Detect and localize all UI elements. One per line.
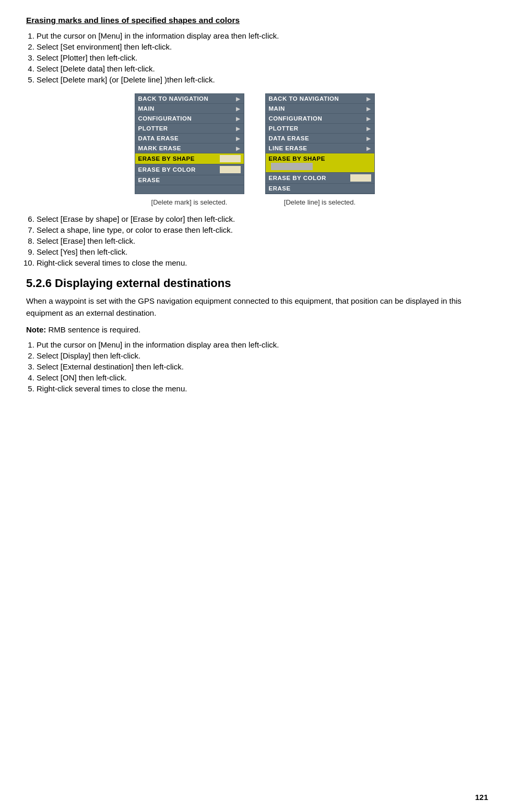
right-menu-item-back[interactable]: BACK TO NAVIGATION ▶ [266,94,374,104]
left-menu-item-erase[interactable]: ERASE [135,175,244,185]
right-menu-label-configuration: CONFIGURATION [269,115,323,122]
step-2-7: Select a shape, line type, or color to e… [37,225,483,234]
right-arrow-plotter: ▶ [366,126,371,132]
left-menu-label-dataerase: DATA ERASE [138,135,179,141]
left-menu-label-markerase: MARK ERASE [138,145,181,151]
left-menu-item-plotter[interactable]: PLOTTER ▶ [135,124,244,134]
step-3-2: Select [Display] then left-click. [37,351,483,360]
step-2-8: Select [Erase] then left-click. [37,236,483,245]
right-menu-item-configuration[interactable]: CONFIGURATION ▶ [266,114,374,124]
right-menu-item-plotter[interactable]: PLOTTER ▶ [266,124,374,134]
right-menu-item-erase[interactable]: ERASE [266,184,374,194]
steps-list-3: Put the cursor on [Menu] in the informat… [37,340,483,393]
left-color-box-shape [220,155,241,162]
step-3-1: Put the cursor on [Menu] in the informat… [37,340,483,349]
left-menu-item-main[interactable]: MAIN ▶ [135,104,244,114]
right-arrow-configuration: ▶ [366,116,371,122]
left-arrow-main: ▶ [236,106,241,112]
step-1-1: Put the cursor on [Menu] in the informat… [37,31,483,40]
step-1-3: Select [Plotter] then left-click. [37,53,483,62]
step-3-4: Select [ON] then left-click. [37,373,483,382]
step-1-2: Select [Set environment] then left-click… [37,42,483,51]
right-color-box-color [350,174,371,182]
right-arrow-lineerase: ▶ [366,146,371,151]
right-menu-item-erasebyshape[interactable]: ERASE BY SHAPE [266,153,374,173]
left-menu-label-configuration: CONFIGURATION [138,115,192,122]
right-menu-item-erasebycolor[interactable]: ERASE BY COLOR [266,173,374,184]
right-menu-label-dataerase: DATA ERASE [269,135,310,141]
left-menu-label-erasebycolor: ERASE BY COLOR [138,166,196,173]
left-menu-label-main: MAIN [138,105,155,112]
right-arrow-main: ▶ [366,106,371,112]
right-color-box-shape [271,163,313,170]
step-2-9: Select [Yes] then left-click. [37,247,483,256]
left-menu-item-configuration[interactable]: CONFIGURATION ▶ [135,114,244,124]
menu-images-row: BACK TO NAVIGATION ▶ MAIN ▶ CONFIGURATIO… [26,93,483,194]
right-menu-item-main[interactable]: MAIN ▶ [266,104,374,114]
left-menu-item-back[interactable]: BACK TO NAVIGATION ▶ [135,94,244,104]
right-menu-label-back: BACK TO NAVIGATION [269,95,339,102]
caption-left: [Delete mark] is selected. [135,198,244,206]
left-arrow-markerase: ▶ [236,146,241,151]
left-menu-panel: BACK TO NAVIGATION ▶ MAIN ▶ CONFIGURATIO… [135,93,244,194]
right-menu-item-dataerase[interactable]: DATA ERASE ▶ [266,134,374,144]
step-3-3: Select [External destination] then left-… [37,362,483,371]
left-arrow-back: ▶ [236,96,241,102]
body-paragraph: When a waypoint is set with the GPS navi… [26,295,483,319]
left-arrow-plotter: ▶ [236,126,241,132]
caption-right: [Delete line] is selected. [265,198,375,206]
step-2-6: Select [Erase by shape] or [Erase by col… [37,214,483,223]
right-menu-label-erasebyshape: ERASE BY SHAPE [269,156,325,162]
left-menu-item-erasebycolor[interactable]: ERASE BY COLOR [135,164,244,175]
right-menu-label-main: MAIN [269,105,285,112]
section-heading: 5.2.6 Displaying external destinations [26,277,483,290]
right-arrow-back: ▶ [366,96,371,102]
step-2-10: Right-click several times to close the m… [37,258,483,267]
left-menu-label-erase: ERASE [138,177,160,183]
right-menu-label-erasebycolor: ERASE BY COLOR [269,175,326,181]
right-menu-panel: BACK TO NAVIGATION ▶ MAIN ▶ CONFIGURATIO… [265,93,375,194]
right-menu-label-erase: ERASE [269,185,291,192]
left-menu-item-erasebyshape[interactable]: ERASE BY SHAPE [135,153,244,164]
note-text: RMB sentence is required. [46,325,140,334]
note-label: Note: [26,325,46,334]
left-menu-label-erasebyshape: ERASE BY SHAPE [138,156,195,162]
right-menu-item-lineerase[interactable]: LINE ERASE ▶ [266,144,374,153]
step-1-5: Select [Delete mark] (or [Delete line] )… [37,75,483,84]
page-title: Erasing marks and lines of specified sha… [26,16,483,25]
left-menu-item-markerase[interactable]: MARK ERASE ▶ [135,144,244,153]
step-3-5: Right-click several times to close the m… [37,384,483,393]
right-menu-label-plotter: PLOTTER [269,125,299,132]
left-arrow-configuration: ▶ [236,116,241,122]
right-menu-label-lineerase: LINE ERASE [269,145,307,151]
left-menu-label-plotter: PLOTTER [138,125,168,132]
left-color-box-color [220,166,241,173]
note-line: Note: RMB sentence is required. [26,324,483,336]
left-menu-label-back: BACK TO NAVIGATION [138,95,209,102]
page-number: 121 [475,793,488,802]
steps-list-1: Put the cursor on [Menu] in the informat… [37,31,483,84]
left-menu-item-dataerase[interactable]: DATA ERASE ▶ [135,134,244,144]
step-1-4: Select [Delete data] then left-click. [37,64,483,73]
right-arrow-dataerase: ▶ [366,136,371,141]
left-arrow-dataerase: ▶ [236,136,241,141]
caption-row: [Delete mark] is selected. [Delete line]… [26,198,483,206]
steps-list-2: Select [Erase by shape] or [Erase by col… [37,214,483,267]
